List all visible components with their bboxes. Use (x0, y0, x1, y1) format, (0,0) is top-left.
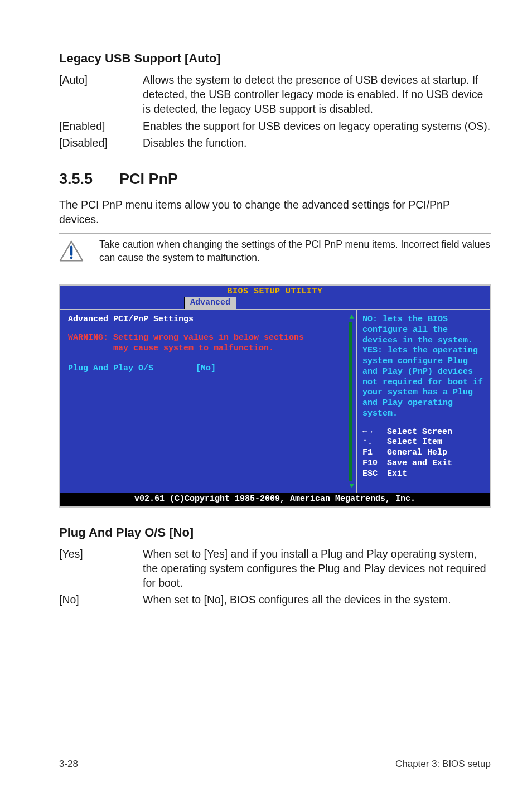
bios-copyright: v02.61 (C)Copyright 1985-2009, American … (60, 493, 490, 506)
def-desc: Disables the function. (143, 136, 491, 150)
scroll-up-icon: ▲ (350, 312, 354, 322)
chapter-label: Chapter 3: BIOS setup (395, 758, 491, 771)
bios-tab-advanced: Advanced (184, 297, 236, 309)
caution-icon (59, 240, 84, 263)
nav-row: F1General Help (362, 448, 484, 458)
bios-left-pane: ▲ Advanced PCI/PnP Settings WARNING: Set… (60, 310, 357, 493)
def-row: [Yes] When set to [Yes] and if you insta… (59, 547, 491, 591)
def-term: [Enabled] (59, 119, 143, 133)
nav-row: ESCExit (362, 469, 484, 480)
page-number: 3-28 (59, 758, 78, 771)
section-heading: 3.5.5PCI PnP (59, 169, 491, 189)
bios-titlebar: BIOS SETUP UTILITY Advanced (60, 286, 490, 310)
caution-note: Take caution when changing the settings … (59, 238, 491, 264)
divider (59, 272, 491, 272)
bios-warning-line2: may cause system to malfunction. (68, 344, 348, 354)
def-desc: When set to [No], BIOS configures all th… (143, 592, 491, 607)
nav-key: ←→ (362, 427, 387, 438)
nav-label: General Help (387, 448, 447, 458)
def-term: [Disabled] (59, 136, 143, 150)
page-footer: 3-28 Chapter 3: BIOS setup (59, 758, 491, 771)
nav-key: ↑↓ (362, 437, 387, 448)
def-term: [Yes] (59, 547, 143, 591)
def-row: [Auto] Allows the system to detect the p… (59, 73, 491, 117)
nav-row: ↑↓Select Item (362, 437, 484, 448)
section-number: 3.5.5 (59, 169, 119, 189)
nav-label: Exit (387, 469, 407, 480)
nav-key: F10 (362, 458, 387, 469)
section-intro: The PCI PnP menu items allow you to chan… (59, 197, 491, 227)
caution-text: Take caution when changing the settings … (99, 238, 491, 264)
scroll-down-icon: ▼ (350, 481, 354, 491)
legacy-usb-heading: Legacy USB Support [Auto] (59, 50, 491, 67)
def-term: [No] (59, 592, 143, 607)
bios-screenshot: BIOS SETUP UTILITY Advanced ▲ Advanced P… (59, 284, 491, 508)
def-row: [Disabled] Disables the function. (59, 136, 491, 150)
def-row: [Enabled] Enables the support for USB de… (59, 119, 491, 133)
section-title: PCI PnP (119, 171, 178, 187)
bios-help-text: NO: lets the BIOS configure all the devi… (362, 315, 484, 419)
def-desc: Allows the system to detect the presence… (143, 73, 491, 117)
bios-setting-row: Plug And Play O/S [No] (68, 364, 348, 374)
scroll-track (349, 322, 352, 481)
def-term: [Auto] (59, 73, 143, 117)
nav-row: ←→Select Screen (362, 427, 484, 438)
bios-left-heading: Advanced PCI/PnP Settings (68, 315, 348, 325)
def-row: [No] When set to [No], BIOS configures a… (59, 592, 491, 607)
bios-warning-line1: WARNING: Setting wrong values in below s… (68, 333, 348, 344)
nav-row: F10Save and Exit (362, 458, 484, 469)
plug-heading: Plug And Play O/S [No] (59, 524, 491, 541)
def-desc: Enables the support for USB devices on l… (143, 119, 491, 133)
bios-title: BIOS SETUP UTILITY (227, 287, 322, 296)
legacy-def-list: [Auto] Allows the system to detect the p… (59, 73, 491, 151)
divider (59, 233, 491, 234)
nav-label: Save and Exit (387, 458, 452, 469)
nav-label: Select Item (387, 437, 442, 448)
nav-key: F1 (362, 448, 387, 458)
bios-setting-label: Plug And Play O/S (68, 364, 153, 374)
plug-def-list: [Yes] When set to [Yes] and if you insta… (59, 547, 491, 607)
bios-setting-value: [No] (196, 364, 216, 374)
nav-label: Select Screen (387, 427, 452, 438)
nav-key: ESC (362, 469, 387, 480)
svg-point-2 (70, 256, 73, 259)
def-desc: When set to [Yes] and if you install a P… (143, 547, 491, 591)
bios-nav-block: ←→Select Screen ↑↓Select Item F1General … (362, 427, 484, 480)
bios-right-pane: NO: lets the BIOS configure all the devi… (357, 310, 490, 493)
